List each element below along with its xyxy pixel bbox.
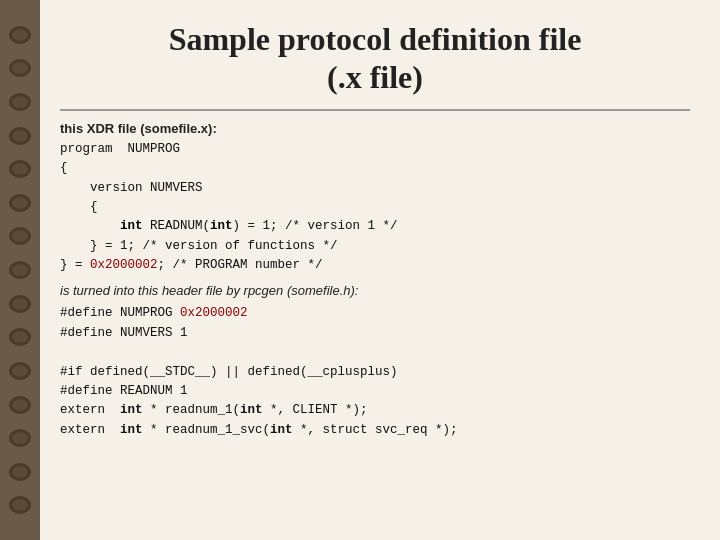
spiral-ring xyxy=(9,295,31,313)
spiral-ring xyxy=(9,59,31,77)
spiral-ring xyxy=(9,160,31,178)
header-code-block: #define NUMPROG 0x2000002 #define NUMVER… xyxy=(60,304,690,440)
spiral-ring xyxy=(9,194,31,212)
divider xyxy=(60,109,690,111)
spiral-ring xyxy=(9,396,31,414)
spiral-ring xyxy=(9,328,31,346)
xdr-label: this XDR file (somefile.x): xyxy=(60,121,690,136)
spiral-ring xyxy=(9,227,31,245)
spiral-ring xyxy=(9,463,31,481)
slide-content: Sample protocol definition file (.x file… xyxy=(40,0,720,540)
turned-label: is turned into this header file by rpcge… xyxy=(60,283,690,298)
xdr-code-block: program NUMPROG { version NUMVERS { int … xyxy=(60,140,690,276)
spiral-ring xyxy=(9,93,31,111)
spiral-ring xyxy=(9,429,31,447)
spiral-ring xyxy=(9,127,31,145)
spiral-ring xyxy=(9,362,31,380)
spiral-ring xyxy=(9,496,31,514)
title-line1: Sample protocol definition file xyxy=(169,21,582,57)
spiral-ring xyxy=(9,26,31,44)
spiral-binding xyxy=(0,0,40,540)
slide-title: Sample protocol definition file (.x file… xyxy=(60,20,690,97)
spiral-ring xyxy=(9,261,31,279)
title-line2: (.x file) xyxy=(327,59,423,95)
